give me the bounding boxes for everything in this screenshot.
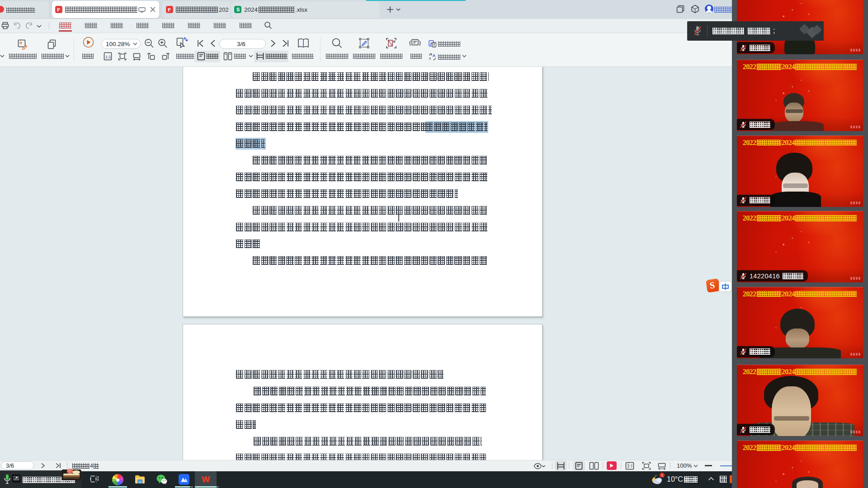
svg-text:A: A <box>433 53 436 58</box>
svg-text:x: x <box>429 56 431 61</box>
svg-text:1:1: 1:1 <box>105 55 111 59</box>
